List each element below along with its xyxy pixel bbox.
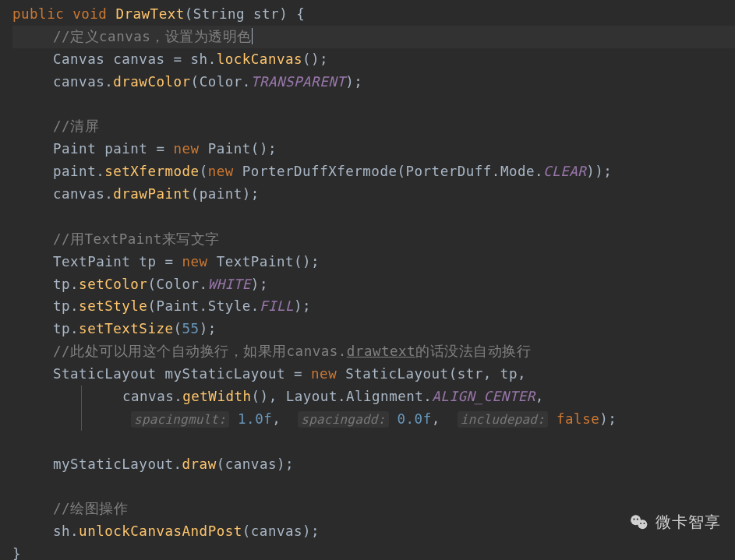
code-line: public void DrawText(String str) { — [12, 3, 735, 26]
code-line: canvas.drawColor(Color.TRANSPARENT); — [12, 71, 735, 93]
empty-line — [12, 93, 735, 116]
code-line: //此处可以用这个自动换行，如果用canvas.drawtext的话没法自动换行 — [12, 340, 735, 363]
code-line: tp.setStyle(Paint.Style.FILL); — [12, 295, 735, 318]
code-line: } — [12, 543, 735, 560]
code-line: spacingmult: 1.0f, spacingadd: 0.0f, inc… — [12, 408, 735, 431]
empty-line — [12, 475, 735, 498]
code-line: canvas.getWidth(), Layout.Alignment.ALIG… — [12, 386, 735, 408]
code-line: StaticLayout myStaticLayout = new Static… — [12, 363, 735, 386]
code-line: //绘图操作 — [12, 498, 735, 520]
code-line: tp.setColor(Color.WHITE); — [12, 273, 735, 296]
code-line: canvas.drawPaint(paint); — [12, 183, 735, 206]
code-line: TextPaint tp = new TextPaint(); — [12, 251, 735, 273]
code-line: tp.setTextSize(55); — [12, 318, 735, 340]
watermark: 微卡智享 — [629, 509, 721, 535]
code-line: //用TextPaint来写文字 — [12, 228, 735, 251]
param-hint: spacingadd: — [298, 411, 388, 428]
code-line: Paint paint = new Paint(); — [12, 138, 735, 160]
svg-point-4 — [640, 523, 641, 524]
empty-line — [12, 206, 735, 228]
svg-point-2 — [633, 518, 634, 519]
watermark-label: 微卡智享 — [655, 509, 721, 535]
svg-point-5 — [644, 523, 645, 524]
empty-line — [12, 431, 735, 453]
code-line: //清屏 — [12, 115, 735, 138]
code-line: paint.setXfermode(new PorterDuffXfermode… — [12, 160, 735, 183]
param-hint: spacingmult: — [131, 411, 229, 428]
code-line: Canvas canvas = sh.lockCanvas(); — [12, 48, 735, 71]
param-hint: includepad: — [458, 411, 548, 428]
svg-point-3 — [637, 518, 638, 519]
code-line: sh.unlockCanvasAndPost(canvas); — [12, 520, 735, 543]
code-line: //定义canvas，设置为透明色 — [12, 26, 735, 48]
code-editor[interactable]: public void DrawText(String str) { //定义c… — [12, 3, 735, 560]
code-line: myStaticLayout.draw(canvas); — [12, 453, 735, 476]
text-cursor — [252, 28, 253, 44]
wechat-icon — [629, 512, 649, 533]
svg-point-1 — [638, 519, 647, 529]
